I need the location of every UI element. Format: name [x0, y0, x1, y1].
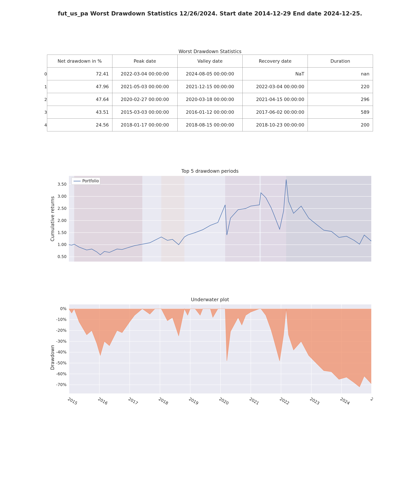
svg-text:2016: 2016 [97, 396, 108, 406]
table-cell: 2016-01-12 00:00:00 [177, 106, 243, 119]
svg-text:-50%: -50% [56, 361, 66, 365]
table-header: Net drawdown in % [47, 55, 112, 67]
svg-text:2019: 2019 [188, 396, 199, 406]
svg-text:-10%: -10% [56, 317, 66, 322]
table-cell: 2022-03-04 00:00:00 [243, 80, 308, 93]
table-cell: 72.41 [47, 67, 112, 80]
table-cell: 2024-08-05 00:00:00 [177, 67, 243, 80]
svg-text:-20%: -20% [56, 328, 66, 333]
svg-rect-2 [161, 176, 185, 262]
svg-text:-70%: -70% [56, 382, 66, 387]
underwater-ylabel: Drawdown [50, 345, 55, 370]
underwater-chart: Underwater plot Drawdown 0%-10%-20%-30%-… [47, 297, 373, 414]
table-header: Duration [308, 55, 373, 67]
table-header: Recovery date [243, 55, 308, 67]
svg-text:0.50: 0.50 [58, 254, 66, 259]
table-cell: 2021-04-15 00:00:00 [243, 93, 308, 106]
svg-text:1.00: 1.00 [58, 242, 66, 247]
svg-text:-30%: -30% [56, 339, 66, 344]
table-cell: 2018-08-15 00:00:00 [177, 119, 243, 131]
table-cell: 2018-10-23 00:00:00 [243, 119, 308, 131]
table-row: 47.962021-05-03 00:00:002021-12-15 00:00… [47, 80, 373, 93]
page-title: fut_us_pa Worst Drawdown Statistics 12/2… [0, 10, 420, 17]
svg-text:Portfolio: Portfolio [82, 179, 99, 183]
table-cell: 589 [308, 106, 373, 119]
table-header: Peak date [112, 55, 177, 67]
svg-text:3.50: 3.50 [58, 182, 66, 187]
table-cell: 220 [308, 80, 373, 93]
table-row: 47.642020-02-27 00:00:002020-03-18 00:00… [47, 93, 373, 106]
svg-text:-40%: -40% [56, 350, 66, 354]
svg-text:2023: 2023 [309, 396, 320, 406]
table-cell: 2017-06-02 00:00:00 [243, 106, 308, 119]
table-cell: 2015-03-03 00:00:00 [112, 106, 177, 119]
svg-text:2020: 2020 [218, 396, 229, 406]
table-cell: 43.51 [47, 106, 112, 119]
table-cell: 296 [308, 93, 373, 106]
row-index: 3 [43, 110, 47, 115]
table-row: 24.562018-01-17 00:00:002018-08-15 00:00… [47, 119, 373, 131]
svg-text:2015: 2015 [67, 396, 78, 406]
row-index: 4 [43, 123, 47, 127]
table-row: 72.412022-03-04 00:00:002024-08-05 00:00… [47, 67, 373, 80]
top5-chart-title: Top 5 drawdown periods [47, 168, 373, 174]
svg-text:-60%: -60% [56, 372, 66, 376]
drawdown-table-wrap: Worst Drawdown Statistics Net drawdown i… [47, 49, 373, 131]
table-cell: nan [308, 67, 373, 80]
top5-ylabel: Cumulative returns [50, 196, 55, 241]
table-cell: 2020-02-27 00:00:00 [112, 93, 177, 106]
svg-text:2021: 2021 [249, 396, 260, 406]
svg-text:2018: 2018 [158, 396, 169, 406]
svg-text:2.50: 2.50 [58, 206, 66, 211]
svg-rect-4 [261, 176, 286, 262]
table-cell: 2018-01-17 00:00:00 [112, 119, 177, 131]
table-cell: 2021-12-15 00:00:00 [177, 80, 243, 93]
row-index: 1 [43, 84, 47, 89]
drawdown-table: Net drawdown in %Peak dateValley dateRec… [47, 54, 373, 131]
table-cell: 200 [308, 119, 373, 131]
table-cell: 2020-03-18 00:00:00 [177, 93, 243, 106]
svg-text:3.00: 3.00 [58, 194, 66, 199]
svg-text:2022: 2022 [279, 396, 290, 406]
svg-rect-1 [74, 176, 142, 262]
table-cell: 2022-03-04 00:00:00 [112, 67, 177, 80]
table-header: Valley date [177, 55, 243, 67]
svg-rect-5 [286, 176, 371, 262]
row-index: 2 [43, 97, 47, 102]
top5-chart: Top 5 drawdown periods Cumulative return… [47, 168, 373, 268]
table-cell: NaT [243, 67, 308, 80]
table-cell: 2021-05-03 00:00:00 [112, 80, 177, 93]
svg-text:2017: 2017 [127, 396, 139, 406]
svg-text:2024: 2024 [339, 396, 351, 406]
table-title: Worst Drawdown Statistics [47, 49, 373, 54]
svg-text:1.50: 1.50 [58, 230, 66, 235]
row-index: 0 [43, 72, 47, 76]
table-cell: 47.64 [47, 93, 112, 106]
table-cell: 47.96 [47, 80, 112, 93]
underwater-chart-title: Underwater plot [47, 297, 373, 302]
svg-text:0%: 0% [60, 306, 66, 311]
table-cell: 24.56 [47, 119, 112, 131]
svg-text:2.00: 2.00 [58, 218, 66, 223]
svg-text:2025: 2025 [370, 396, 373, 406]
table-row: 43.512015-03-03 00:00:002016-01-12 00:00… [47, 106, 373, 119]
